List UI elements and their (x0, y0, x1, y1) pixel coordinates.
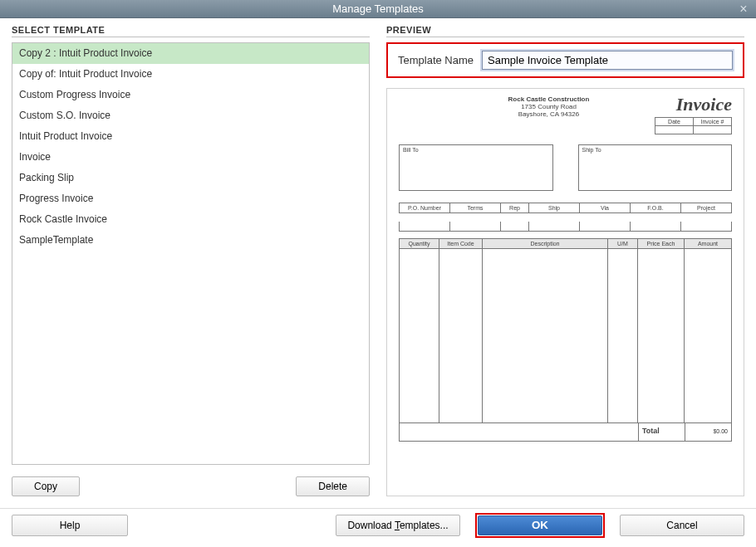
cancel-button[interactable]: Cancel (620, 515, 744, 536)
footer-bar: Help Download Templates... OK Cancel (0, 508, 756, 541)
bill-to-label: Bill To (403, 147, 419, 153)
ok-button[interactable]: OK (478, 515, 602, 535)
template-item[interactable]: Copy 2 : Intuit Product Invoice (12, 43, 369, 64)
template-item[interactable]: SampleTemplate (12, 230, 369, 251)
preview-heading: PREVIEW (386, 25, 744, 35)
copy-button[interactable]: Copy (12, 476, 80, 496)
detail-header-row1: P.O. Number Terms Rep Ship Via F.O.B. Pr… (399, 203, 732, 213)
company-addr2: Bayshore, CA 94326 (457, 110, 641, 118)
company-name: Rock Castle Construction (457, 95, 641, 103)
invoice-title: Invoice (641, 94, 732, 115)
template-item[interactable]: Packing Slip (12, 168, 369, 188)
close-icon[interactable]: × (734, 0, 753, 18)
total-value: $0.00 (685, 423, 731, 441)
template-list[interactable]: Copy 2 : Intuit Product InvoiceCopy of: … (12, 42, 370, 465)
template-item[interactable]: Rock Castle Invoice (12, 209, 369, 230)
preview-panel: PREVIEW Template Name Rock Castle Constr… (386, 25, 744, 496)
select-template-heading: SELECT TEMPLATE (12, 25, 370, 35)
ok-highlight: OK (475, 513, 605, 538)
meta-date-header: Date (655, 118, 694, 126)
bill-to-box: Bill To (399, 144, 553, 191)
meta-invnum-header: Invoice # (694, 118, 732, 126)
company-addr1: 1735 County Road (457, 103, 641, 110)
help-button[interactable]: Help (12, 515, 128, 536)
delete-button[interactable]: Delete (296, 476, 370, 496)
ship-to-label: Ship To (582, 147, 601, 153)
template-item[interactable]: Custom S.O. Invoice (12, 105, 369, 126)
template-name-label: Template Name (398, 54, 474, 66)
ship-to-box: Ship To (578, 144, 733, 191)
line-items-body (399, 249, 732, 423)
titlebar[interactable]: Manage Templates × (0, 0, 756, 18)
template-item[interactable]: Copy of: Intuit Product Invoice (12, 64, 369, 85)
line-items-header: Quantity Item Code Description U/M Price… (399, 238, 732, 249)
template-name-row: Template Name (386, 42, 744, 78)
detail-row1-empty (399, 222, 732, 232)
template-item[interactable]: Invoice (12, 147, 369, 168)
template-item[interactable]: Intuit Product Invoice (12, 126, 369, 147)
template-item[interactable]: Progress Invoice (12, 188, 369, 209)
template-name-input[interactable] (482, 51, 733, 70)
total-label: Total (638, 423, 685, 441)
window-title: Manage Templates (332, 2, 424, 15)
invoice-preview: Rock Castle Construction 1735 County Roa… (386, 88, 744, 496)
template-item[interactable]: Custom Progress Invoice (12, 85, 369, 105)
download-templates-button[interactable]: Download Templates... (336, 515, 460, 536)
select-template-panel: SELECT TEMPLATE Copy 2 : Intuit Product … (12, 25, 370, 496)
totals-row: Total $0.00 (399, 423, 732, 442)
